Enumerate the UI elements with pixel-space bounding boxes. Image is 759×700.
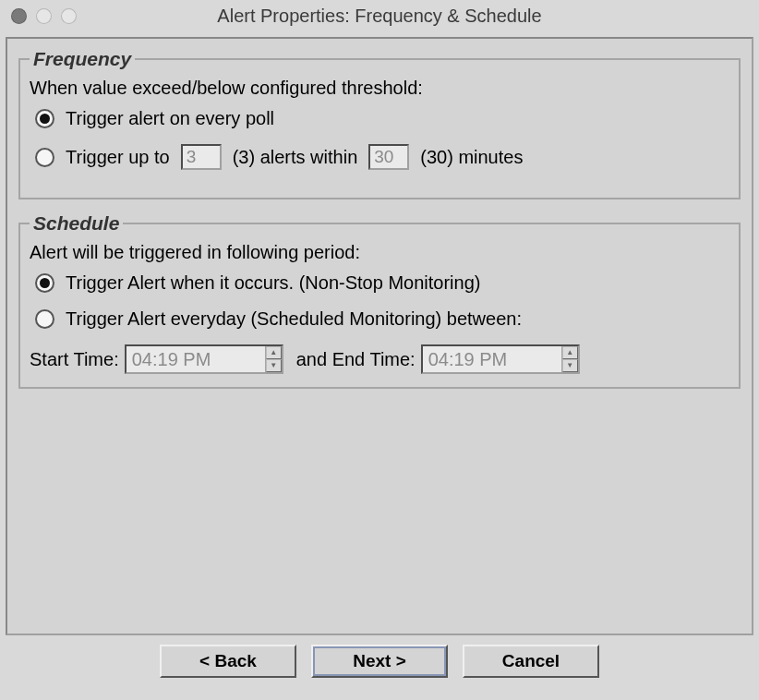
radio-label: Trigger alert on every poll bbox=[66, 108, 274, 129]
end-time-input[interactable] bbox=[423, 346, 561, 372]
time-row: Start Time: ▲ ▼ and End Time: ▲ ▼ bbox=[30, 344, 729, 374]
footer-buttons: < Back Next > Cancel bbox=[0, 645, 759, 678]
minutes-input[interactable] bbox=[368, 144, 409, 170]
maximize-icon[interactable] bbox=[61, 8, 77, 24]
start-time-label: Start Time: bbox=[30, 349, 119, 370]
radio-label-mid: (3) alerts within bbox=[233, 147, 358, 168]
radio-label: Trigger Alert when it occurs. (Non-Stop … bbox=[66, 272, 480, 294]
back-button[interactable]: < Back bbox=[160, 645, 296, 678]
radio-trigger-every-poll[interactable]: Trigger alert on every poll bbox=[35, 108, 729, 129]
start-time-spinner[interactable]: ▲ ▼ bbox=[125, 344, 283, 374]
chevron-down-icon[interactable]: ▼ bbox=[266, 359, 282, 372]
radio-icon bbox=[35, 148, 54, 167]
radio-label-post: (30) minutes bbox=[420, 147, 523, 168]
frequency-desc: When value exceed/below configured thres… bbox=[30, 78, 729, 99]
schedule-legend: Schedule bbox=[30, 212, 123, 235]
radio-icon bbox=[35, 309, 54, 329]
window-controls bbox=[11, 8, 77, 24]
next-button[interactable]: Next > bbox=[311, 645, 448, 678]
end-time-spinner[interactable]: ▲ ▼ bbox=[421, 344, 580, 374]
cancel-button[interactable]: Cancel bbox=[463, 645, 599, 678]
radio-label-pre: Trigger up to bbox=[66, 147, 170, 168]
radio-trigger-up-to[interactable]: Trigger up to (3) alerts within (30) min… bbox=[35, 144, 729, 170]
radio-nonstop-monitoring[interactable]: Trigger Alert when it occurs. (Non-Stop … bbox=[35, 272, 729, 294]
radio-scheduled-monitoring[interactable]: Trigger Alert everyday (Scheduled Monito… bbox=[35, 308, 729, 330]
chevron-down-icon[interactable]: ▼ bbox=[562, 359, 578, 372]
frequency-group: Frequency When value exceed/below config… bbox=[18, 48, 741, 199]
content-frame: Frequency When value exceed/below config… bbox=[6, 37, 753, 635]
minimize-icon[interactable] bbox=[36, 8, 52, 24]
frequency-legend: Frequency bbox=[30, 48, 135, 70]
chevron-up-icon[interactable]: ▲ bbox=[266, 346, 282, 359]
end-time-label: and End Time: bbox=[296, 349, 416, 370]
alerts-count-input[interactable] bbox=[181, 144, 222, 170]
spinner-buttons: ▲ ▼ bbox=[561, 346, 578, 372]
start-time-input[interactable] bbox=[126, 346, 265, 372]
window-title: Alert Properties: Frequency & Schedule bbox=[0, 6, 759, 27]
spinner-buttons: ▲ ▼ bbox=[265, 346, 282, 372]
close-icon[interactable] bbox=[11, 8, 27, 24]
radio-label: Trigger Alert everyday (Scheduled Monito… bbox=[66, 308, 522, 330]
chevron-up-icon[interactable]: ▲ bbox=[562, 346, 578, 359]
schedule-desc: Alert will be triggered in following per… bbox=[30, 242, 729, 263]
radio-icon bbox=[35, 109, 54, 128]
radio-icon bbox=[35, 273, 54, 293]
schedule-group: Schedule Alert will be triggered in foll… bbox=[18, 212, 741, 389]
titlebar: Alert Properties: Frequency & Schedule bbox=[0, 0, 759, 31]
